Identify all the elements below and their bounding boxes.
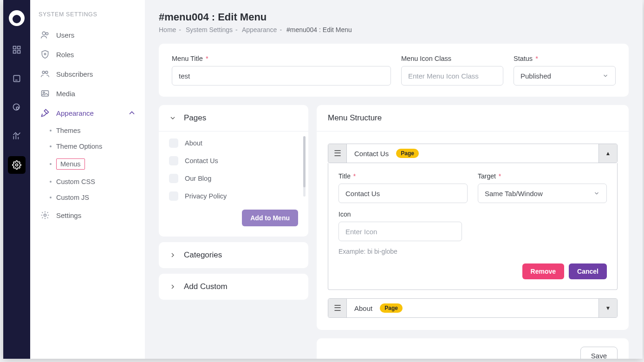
users-icon <box>40 30 50 39</box>
page-item[interactable]: Contact Us <box>169 152 298 170</box>
add-to-menu-button[interactable]: Add to Menu <box>242 210 298 226</box>
page-item[interactable]: Privacy Policy <box>169 187 298 205</box>
appearance-submenu: Themes Theme Options Menus Custom CSS Cu… <box>39 123 138 205</box>
menu-status-select[interactable]: Published <box>514 66 616 86</box>
item-target-select[interactable]: Same Tab/Window <box>478 184 607 203</box>
nav-rail <box>3 0 30 359</box>
save-bar: Save <box>317 338 629 359</box>
svg-point-19 <box>44 214 46 217</box>
menu-iconclass-input[interactable] <box>401 66 503 86</box>
sub-item-themes[interactable]: Themes <box>48 123 138 138</box>
sidebar-item-label: Roles <box>56 51 74 59</box>
remove-button[interactable]: Remove <box>522 263 564 279</box>
menu-iconclass-label: Menu Icon Class <box>401 55 503 62</box>
custom-accordion-head[interactable]: Add Custom <box>159 274 308 300</box>
menu-title-input[interactable] <box>172 66 391 86</box>
collapse-toggle[interactable]: ▲ <box>598 144 617 163</box>
sidebar-item-label: Media <box>56 90 75 98</box>
chevron-right-icon <box>169 251 176 259</box>
rail-dashboard[interactable] <box>8 41 26 59</box>
rail-settings[interactable] <box>8 156 26 174</box>
menu-item-label: Contact Us <box>354 150 389 158</box>
sub-item-theme-options[interactable]: Theme Options <box>48 138 138 154</box>
item-icon-hint: Example: bi bi-globe <box>338 248 462 255</box>
item-icon-input[interactable] <box>338 222 462 241</box>
sidebar-item-media[interactable]: Media <box>39 84 138 103</box>
svg-point-15 <box>42 71 45 73</box>
sub-item-custom-css[interactable]: Custom CSS <box>48 174 138 190</box>
sidebar-heading: SYSTEM SETTINGS <box>39 11 138 18</box>
menu-item-row: ☰ Contact Us Page ▲ <box>328 144 618 163</box>
svg-point-16 <box>46 71 48 73</box>
expand-toggle[interactable]: ▼ <box>598 299 617 317</box>
svg-point-14 <box>44 53 46 55</box>
svg-rect-2 <box>13 51 16 53</box>
page-icon <box>12 74 21 83</box>
chevron-up-icon <box>127 108 137 118</box>
checkbox[interactable] <box>169 138 178 148</box>
subscribers-icon <box>40 69 50 79</box>
sidebar-item-roles[interactable]: Roles <box>39 45 138 64</box>
svg-rect-3 <box>18 51 20 53</box>
menu-item-detail: Title * Target * Same Tab/Window <box>328 163 618 290</box>
categories-accordion-head[interactable]: Categories <box>159 242 308 268</box>
shield-icon <box>40 50 50 59</box>
pages-accordion-head[interactable]: Pages <box>159 105 308 131</box>
menu-meta-card: Menu Title * Menu Icon Class Status * Pu… <box>159 44 629 97</box>
item-title-input[interactable] <box>338 184 468 203</box>
type-badge: Page <box>396 149 419 158</box>
breadcrumb-system[interactable]: System Settings <box>186 26 233 33</box>
rail-search[interactable] <box>8 99 26 116</box>
svg-point-18 <box>43 92 45 93</box>
gear-icon <box>12 160 21 170</box>
checkbox[interactable] <box>169 174 178 183</box>
cog-icon <box>40 211 50 220</box>
menu-structure-heading: Menu Structure <box>317 105 629 132</box>
checkbox[interactable] <box>169 191 178 201</box>
svg-rect-0 <box>13 46 16 49</box>
page-item[interactable]: About <box>169 134 298 152</box>
item-icon-label: Icon <box>338 211 462 218</box>
menu-status-label: Status * <box>514 55 616 62</box>
type-badge: Page <box>380 303 403 313</box>
search-globe-icon <box>12 103 21 112</box>
image-icon <box>40 89 50 98</box>
sidebar-item-settings[interactable]: Settings <box>39 205 138 225</box>
page-title: #menu004 : Edit Menu <box>159 11 629 23</box>
sidebar-item-label: Users <box>56 31 74 39</box>
rail-pages[interactable] <box>8 70 26 87</box>
breadcrumb-home[interactable]: Home <box>159 26 176 33</box>
chevron-down-icon <box>602 72 609 79</box>
main-content: #menu004 : Edit Menu Home- System Settin… <box>145 0 643 359</box>
drag-handle-icon[interactable]: ☰ <box>328 144 347 163</box>
drag-handle-icon[interactable]: ☰ <box>328 299 347 317</box>
svg-point-12 <box>42 32 46 35</box>
rail-analytics[interactable] <box>8 127 26 145</box>
sidebar-item-users[interactable]: Users <box>39 25 138 45</box>
cancel-button[interactable]: Cancel <box>569 263 607 279</box>
breadcrumb-appearance[interactable]: Appearance <box>242 26 277 33</box>
svg-point-7 <box>16 107 19 109</box>
menu-item-label: About <box>354 304 372 312</box>
svg-point-11 <box>16 164 18 166</box>
chevron-down-icon <box>169 114 176 122</box>
chart-icon <box>12 132 21 141</box>
custom-accordion: Add Custom <box>159 274 308 300</box>
app-logo <box>9 10 25 26</box>
sidebar: SYSTEM SETTINGS Users Roles Subscribers … <box>30 0 145 359</box>
sidebar-item-label: Appearance <box>56 109 94 117</box>
scrollbar[interactable] <box>303 136 306 197</box>
categories-accordion: Categories <box>159 242 308 268</box>
sidebar-item-subscribers[interactable]: Subscribers <box>39 64 138 84</box>
chevron-right-icon <box>169 283 176 290</box>
sidebar-item-appearance[interactable]: Appearance <box>39 103 138 123</box>
sub-item-menus[interactable]: Menus <box>48 154 138 174</box>
save-button[interactable]: Save <box>580 347 618 359</box>
checkbox[interactable] <box>169 156 178 165</box>
sub-item-custom-js[interactable]: Custom JS <box>48 190 138 205</box>
page-item[interactable]: Our Blog <box>169 170 298 187</box>
svg-rect-17 <box>42 91 49 96</box>
menu-title-label: Menu Title * <box>172 55 391 62</box>
svg-point-13 <box>46 33 48 35</box>
pages-accordion: Pages About Contact Us Our Blog Privacy … <box>159 105 308 237</box>
